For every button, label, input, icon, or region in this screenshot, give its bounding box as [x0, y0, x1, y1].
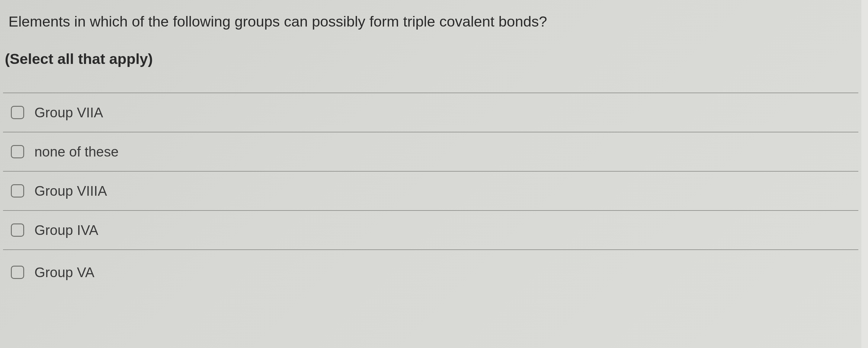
checkbox-icon[interactable]	[11, 184, 24, 198]
option-label: Group VIIIA	[34, 183, 107, 199]
option-label: Group VA	[34, 265, 94, 280]
checkbox-icon[interactable]	[11, 145, 24, 158]
question-instruction: (Select all that apply)	[3, 31, 858, 69]
checkbox-icon[interactable]	[11, 106, 24, 119]
option-label: none of these	[34, 144, 119, 160]
option-label: Group VIIA	[34, 105, 103, 120]
question-prompt: Elements in which of the following group…	[3, 12, 858, 31]
checkbox-icon[interactable]	[11, 266, 24, 279]
option-label: Group IVA	[34, 222, 98, 238]
options-list: Group VIIA none of these Group VIIIA Gro…	[3, 93, 858, 288]
option-row[interactable]: Group VIIA	[3, 93, 858, 132]
checkbox-icon[interactable]	[11, 223, 24, 237]
option-row[interactable]: Group IVA	[3, 210, 858, 249]
option-row[interactable]: Group VA	[3, 249, 858, 288]
option-row[interactable]: Group VIIIA	[3, 171, 858, 210]
question-page: Elements in which of the following group…	[0, 0, 868, 348]
option-row[interactable]: none of these	[3, 132, 858, 171]
